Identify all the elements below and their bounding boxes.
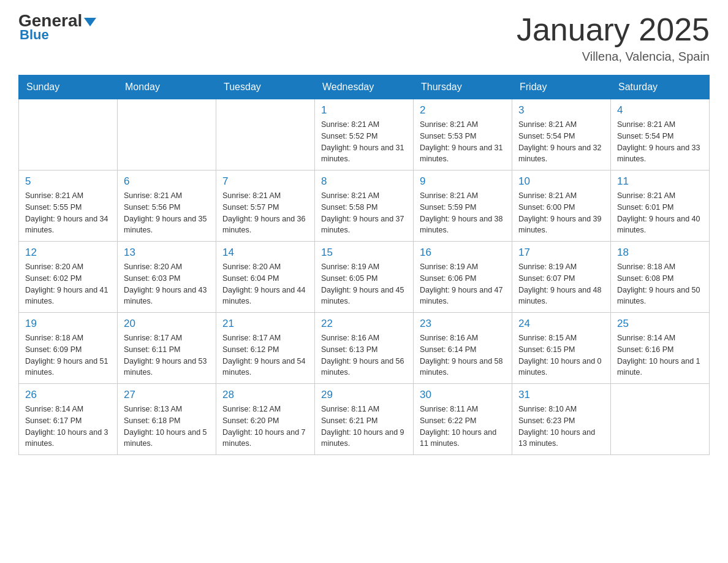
day-number: 7 [222,175,308,188]
calendar-cell: 29Sunrise: 8:11 AM Sunset: 6:21 PM Dayli… [315,384,414,455]
day-info: Sunrise: 8:19 AM Sunset: 6:05 PM Dayligh… [321,261,407,307]
day-info: Sunrise: 8:21 AM Sunset: 5:55 PM Dayligh… [25,190,111,236]
day-info: Sunrise: 8:17 AM Sunset: 6:12 PM Dayligh… [222,332,308,378]
calendar-cell: 19Sunrise: 8:18 AM Sunset: 6:09 PM Dayli… [19,313,118,384]
day-number: 24 [518,318,604,330]
day-number: 14 [222,247,308,259]
day-number: 6 [124,175,210,188]
calendar-header-sunday: Sunday [19,75,118,99]
day-info: Sunrise: 8:16 AM Sunset: 6:14 PM Dayligh… [420,332,506,378]
day-number: 23 [420,318,506,330]
calendar-cell: 4Sunrise: 8:21 AM Sunset: 5:54 PM Daylig… [611,99,710,170]
calendar-week-row: 12Sunrise: 8:20 AM Sunset: 6:02 PM Dayli… [19,242,710,313]
day-info: Sunrise: 8:21 AM Sunset: 5:52 PM Dayligh… [321,119,407,165]
calendar-cell: 2Sunrise: 8:21 AM Sunset: 5:53 PM Daylig… [414,99,512,170]
day-info: Sunrise: 8:21 AM Sunset: 5:54 PM Dayligh… [617,119,703,165]
calendar-cell: 18Sunrise: 8:18 AM Sunset: 6:08 PM Dayli… [611,242,710,313]
calendar-cell [611,384,710,455]
day-info: Sunrise: 8:19 AM Sunset: 6:07 PM Dayligh… [518,261,604,307]
calendar-cell: 6Sunrise: 8:21 AM Sunset: 5:56 PM Daylig… [118,170,216,242]
day-number: 27 [124,389,210,401]
day-number: 3 [518,104,604,117]
calendar-week-row: 19Sunrise: 8:18 AM Sunset: 6:09 PM Dayli… [19,313,710,384]
title-area: January 2025 Villena, Valencia, Spain [517,12,710,64]
calendar-cell: 7Sunrise: 8:21 AM Sunset: 5:57 PM Daylig… [216,170,315,242]
calendar-week-row: 5Sunrise: 8:21 AM Sunset: 5:55 PM Daylig… [19,170,710,242]
calendar-week-row: 1Sunrise: 8:21 AM Sunset: 5:52 PM Daylig… [19,99,710,170]
calendar-cell: 13Sunrise: 8:20 AM Sunset: 6:03 PM Dayli… [118,242,216,313]
calendar-cell: 28Sunrise: 8:12 AM Sunset: 6:20 PM Dayli… [216,384,315,455]
day-number: 13 [124,247,210,259]
day-number: 17 [518,247,604,259]
calendar-cell [216,99,315,170]
day-number: 25 [617,318,703,330]
day-info: Sunrise: 8:19 AM Sunset: 6:06 PM Dayligh… [420,261,506,307]
calendar-header-row: SundayMondayTuesdayWednesdayThursdayFrid… [19,75,710,99]
calendar-cell: 15Sunrise: 8:19 AM Sunset: 6:05 PM Dayli… [315,242,414,313]
calendar-cell: 14Sunrise: 8:20 AM Sunset: 6:04 PM Dayli… [216,242,315,313]
calendar-cell [118,99,216,170]
calendar-header-saturday: Saturday [611,75,710,99]
day-number: 15 [321,247,407,259]
day-number: 31 [518,389,604,401]
day-info: Sunrise: 8:14 AM Sunset: 6:17 PM Dayligh… [25,404,111,450]
day-number: 20 [124,318,210,330]
calendar-header-thursday: Thursday [414,75,512,99]
day-number: 30 [420,389,506,401]
day-info: Sunrise: 8:18 AM Sunset: 6:09 PM Dayligh… [25,332,111,378]
calendar-cell: 23Sunrise: 8:16 AM Sunset: 6:14 PM Dayli… [414,313,512,384]
calendar-cell: 17Sunrise: 8:19 AM Sunset: 6:07 PM Dayli… [512,242,611,313]
day-info: Sunrise: 8:20 AM Sunset: 6:02 PM Dayligh… [25,261,111,307]
logo: General Blue [18,12,96,43]
calendar-header-monday: Monday [118,75,216,99]
calendar-cell: 25Sunrise: 8:14 AM Sunset: 6:16 PM Dayli… [611,313,710,384]
day-number: 4 [617,104,703,117]
day-number: 28 [222,389,308,401]
calendar-cell [19,99,118,170]
calendar-cell: 22Sunrise: 8:16 AM Sunset: 6:13 PM Dayli… [315,313,414,384]
calendar-cell: 10Sunrise: 8:21 AM Sunset: 6:00 PM Dayli… [512,170,611,242]
calendar-cell: 21Sunrise: 8:17 AM Sunset: 6:12 PM Dayli… [216,313,315,384]
day-info: Sunrise: 8:18 AM Sunset: 6:08 PM Dayligh… [617,261,703,307]
day-info: Sunrise: 8:21 AM Sunset: 5:56 PM Dayligh… [124,190,210,236]
calendar-cell: 3Sunrise: 8:21 AM Sunset: 5:54 PM Daylig… [512,99,611,170]
calendar-cell: 1Sunrise: 8:21 AM Sunset: 5:52 PM Daylig… [315,99,414,170]
calendar-header-friday: Friday [512,75,611,99]
day-number: 12 [25,247,111,259]
calendar-header-tuesday: Tuesday [216,75,315,99]
day-number: 22 [321,318,407,330]
day-info: Sunrise: 8:10 AM Sunset: 6:23 PM Dayligh… [518,404,604,450]
day-info: Sunrise: 8:15 AM Sunset: 6:15 PM Dayligh… [518,332,604,378]
page-header: General Blue January 2025 Villena, Valen… [18,12,710,64]
day-number: 19 [25,318,111,330]
day-info: Sunrise: 8:12 AM Sunset: 6:20 PM Dayligh… [222,404,308,450]
day-number: 29 [321,389,407,401]
day-info: Sunrise: 8:11 AM Sunset: 6:22 PM Dayligh… [420,404,506,450]
day-number: 18 [617,247,703,259]
calendar-cell: 12Sunrise: 8:20 AM Sunset: 6:02 PM Dayli… [19,242,118,313]
day-info: Sunrise: 8:14 AM Sunset: 6:16 PM Dayligh… [617,332,703,378]
calendar-header-wednesday: Wednesday [315,75,414,99]
calendar-cell: 9Sunrise: 8:21 AM Sunset: 5:59 PM Daylig… [414,170,512,242]
day-number: 11 [617,175,703,188]
location: Villena, Valencia, Spain [517,50,710,64]
calendar-cell: 20Sunrise: 8:17 AM Sunset: 6:11 PM Dayli… [118,313,216,384]
day-info: Sunrise: 8:13 AM Sunset: 6:18 PM Dayligh… [124,404,210,450]
day-info: Sunrise: 8:17 AM Sunset: 6:11 PM Dayligh… [124,332,210,378]
calendar-table: SundayMondayTuesdayWednesdayThursdayFrid… [18,75,710,455]
calendar-cell: 31Sunrise: 8:10 AM Sunset: 6:23 PM Dayli… [512,384,611,455]
day-info: Sunrise: 8:21 AM Sunset: 5:59 PM Dayligh… [420,190,506,236]
calendar-cell: 24Sunrise: 8:15 AM Sunset: 6:15 PM Dayli… [512,313,611,384]
day-info: Sunrise: 8:21 AM Sunset: 5:54 PM Dayligh… [518,119,604,165]
logo-blue-text: Blue [20,27,49,43]
calendar-cell: 11Sunrise: 8:21 AM Sunset: 6:01 PM Dayli… [611,170,710,242]
day-number: 2 [420,104,506,117]
day-number: 9 [420,175,506,188]
day-number: 21 [222,318,308,330]
calendar-cell: 26Sunrise: 8:14 AM Sunset: 6:17 PM Dayli… [19,384,118,455]
day-info: Sunrise: 8:20 AM Sunset: 6:04 PM Dayligh… [222,261,308,307]
day-number: 10 [518,175,604,188]
day-info: Sunrise: 8:20 AM Sunset: 6:03 PM Dayligh… [124,261,210,307]
calendar-cell: 16Sunrise: 8:19 AM Sunset: 6:06 PM Dayli… [414,242,512,313]
logo-triangle-icon [82,18,96,25]
